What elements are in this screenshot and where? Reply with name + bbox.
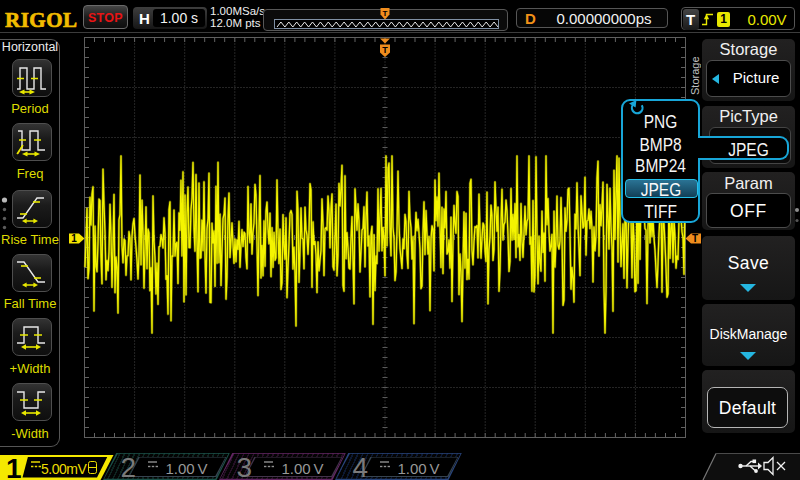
svg-text:T: T xyxy=(382,45,388,55)
svg-text:1: 1 xyxy=(71,233,77,244)
svg-text:T: T xyxy=(383,9,388,18)
svg-text:T: T xyxy=(692,233,698,244)
